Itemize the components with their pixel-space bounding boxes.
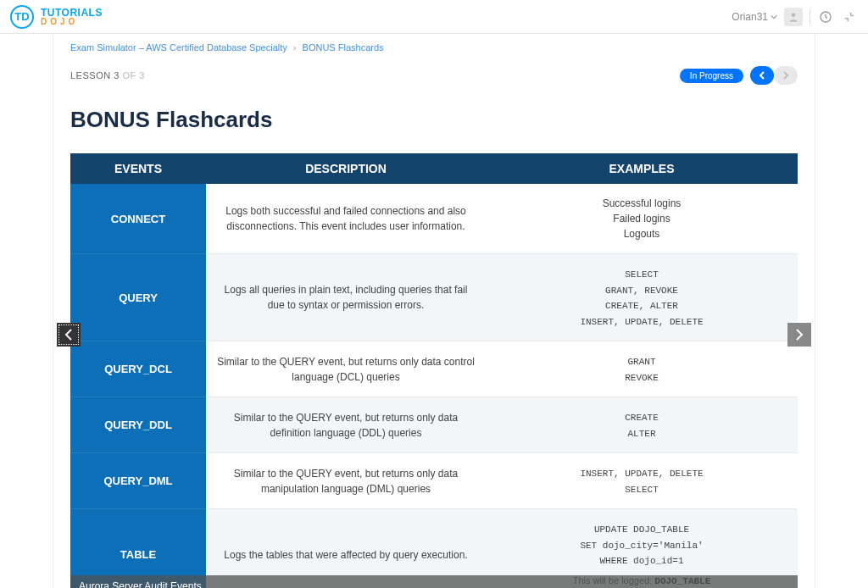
chevron-left-icon <box>758 71 766 80</box>
table-row: QUERY_DCLSimilar to the QUERY event, but… <box>70 341 798 397</box>
prev-lesson-button[interactable] <box>750 66 774 85</box>
next-lesson-button <box>774 66 798 85</box>
clock-icon <box>819 10 832 24</box>
table-row: QUERY_DDLSimilar to the QUERY event, but… <box>70 397 798 453</box>
breadcrumb: Exam Simulator – AWS Certified Database … <box>53 34 815 58</box>
flashcard-slider: EVENTS DESCRIPTION EXAMPLES CONNECTLogs … <box>53 153 815 588</box>
logo-circle-icon: TD <box>10 5 34 29</box>
event-name: QUERY_DCL <box>70 341 206 397</box>
user-icon <box>787 11 799 23</box>
topbar: TD TUTORIALS DOJO Orian31 <box>0 0 868 34</box>
event-examples: Successful loginsFailed loginsLogouts <box>486 184 798 254</box>
svg-point-0 <box>792 13 796 17</box>
lesson-of: OF 3 <box>122 70 144 80</box>
event-name: QUERY <box>70 254 206 341</box>
event-description: Similar to the QUERY event, but returns … <box>206 341 486 397</box>
breadcrumb-separator: › <box>293 42 297 53</box>
logo-text-bottom: DOJO <box>41 18 103 26</box>
event-name: CONNECT <box>70 184 206 254</box>
table-row: QUERY_DMLSimilar to the QUERY event, but… <box>70 453 798 509</box>
content-frame: Exam Simulator – AWS Certified Database … <box>53 34 815 588</box>
event-name: QUERY_DDL <box>70 397 206 453</box>
status-badge: In Progress <box>680 69 743 83</box>
event-examples: CREATEALTER <box>486 397 798 453</box>
user-dropdown[interactable]: Orian31 <box>732 11 777 23</box>
logo-text-top: TUTORIALS <box>41 8 103 18</box>
avatar[interactable] <box>784 8 803 26</box>
lesson-bar: LESSON 3 OF 3 In Progress <box>53 58 815 100</box>
username-label: Orian31 <box>732 11 768 23</box>
collapse-icon <box>843 11 855 23</box>
lesson-label: LESSON <box>70 70 111 80</box>
col-header-events: EVENTS <box>70 153 206 184</box>
page-title: BONUS Flashcards <box>53 100 815 153</box>
chevron-right-icon <box>782 71 790 80</box>
breadcrumb-current: BONUS Flashcards <box>303 42 384 53</box>
table-row: CONNECTLogs both successful and failed c… <box>70 184 798 254</box>
chevron-right-icon <box>794 329 804 341</box>
event-examples: SELECTGRANT, REVOKECREATE, ALTERINSERT, … <box>486 254 798 341</box>
divider <box>810 9 810 25</box>
event-name: QUERY_DML <box>70 453 206 509</box>
col-header-examples: EXAMPLES <box>486 153 798 184</box>
slider-prev-button[interactable] <box>57 323 81 347</box>
col-header-description: DESCRIPTION <box>206 153 486 184</box>
user-menu-group: Orian31 <box>732 8 858 26</box>
table-row: QUERYLogs all queries in plain text, inc… <box>70 254 798 341</box>
lesson-nav: In Progress <box>680 66 798 85</box>
slide-caption: Aurora Server Audit Events <box>70 575 798 588</box>
chevron-left-icon <box>64 329 74 341</box>
logo[interactable]: TD TUTORIALS DOJO <box>10 5 103 29</box>
event-description: Logs all queries in plain text, includin… <box>206 254 486 341</box>
slider-next-button[interactable] <box>787 323 811 347</box>
chevron-down-icon <box>771 14 777 20</box>
collapse-button[interactable] <box>841 8 858 25</box>
event-examples: GRANTREVOKE <box>486 341 798 397</box>
history-button[interactable] <box>817 8 834 25</box>
lesson-current: 3 <box>114 70 120 80</box>
breadcrumb-link-course[interactable]: Exam Simulator – AWS Certified Database … <box>70 42 287 53</box>
flashcard-table: EVENTS DESCRIPTION EXAMPLES CONNECTLogs … <box>70 153 798 588</box>
event-description: Similar to the QUERY event, but returns … <box>206 453 486 509</box>
event-description: Logs both successful and failed connecti… <box>206 184 486 254</box>
event-examples: INSERT, UPDATE, DELETESELECT <box>486 453 798 509</box>
event-description: Similar to the QUERY event, but returns … <box>206 397 486 453</box>
lesson-indicator: LESSON 3 OF 3 <box>70 70 145 80</box>
